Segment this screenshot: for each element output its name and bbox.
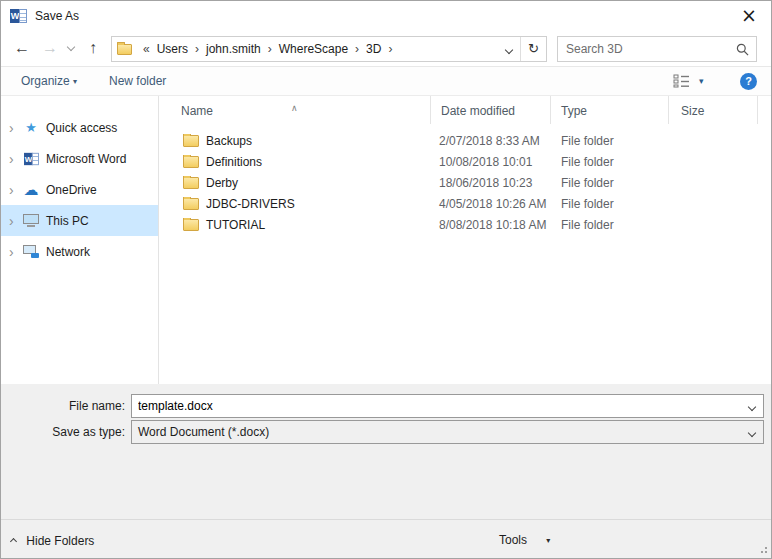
save-as-type-dropdown-button[interactable] [741, 425, 763, 439]
file-name: TUTORIAL [206, 218, 265, 232]
sidebar-item-label: Network [46, 245, 90, 259]
file-date: 4/05/2018 10:26 AM [431, 197, 551, 211]
sidebar-item-label: This PC [46, 214, 89, 228]
new-folder-button[interactable]: New folder [109, 67, 166, 95]
footer-bar: Hide Folders Tools ▾ Save Cancel [1, 519, 771, 559]
chevron-right-icon[interactable]: › [9, 214, 21, 228]
chevron-right-icon[interactable]: › [9, 183, 21, 197]
sidebar-item-label: OneDrive [46, 183, 97, 197]
file-type: File folder [551, 134, 669, 148]
back-icon: ← [14, 39, 30, 56]
breadcrumb-separator-icon: › [190, 42, 204, 56]
title-bar: W Save As × [1, 1, 771, 31]
search-input[interactable] [558, 42, 736, 56]
file-name-input[interactable] [132, 399, 741, 413]
file-type: File folder [551, 197, 669, 211]
new-folder-label: New folder [109, 74, 166, 88]
column-header-date-modified[interactable]: Date modified [431, 96, 551, 124]
word-icon: W [21, 151, 41, 167]
file-row-jdbc-drivers[interactable]: JDBC-DRIVERS 4/05/2018 10:26 AM File fol… [159, 193, 771, 214]
organize-button[interactable]: Organize ▾ [21, 67, 77, 96]
sidebar-item-network[interactable]: › Network [1, 236, 158, 267]
file-name-combobox [131, 394, 764, 418]
file-type: File folder [551, 176, 669, 190]
breadcrumb-item-3d[interactable]: 3D [364, 37, 383, 61]
file-date: 10/08/2018 10:01 [431, 155, 551, 169]
tools-button[interactable]: Tools ▾ [499, 520, 550, 559]
column-header-size[interactable]: Size [669, 96, 758, 124]
address-bar[interactable]: « Users › john.smith › WhereScape › 3D ›… [111, 36, 547, 62]
file-date: 2/07/2018 8:33 AM [431, 134, 551, 148]
hide-folders-label: Hide Folders [26, 534, 94, 548]
chevron-up-icon [11, 520, 16, 559]
sidebar-item-quick-access[interactable]: › ★ Quick access [1, 112, 158, 143]
address-history-button[interactable] [498, 38, 520, 60]
monitor-icon [21, 214, 41, 227]
file-type: File folder [551, 155, 669, 169]
view-mode-button[interactable]: ▾ [673, 74, 704, 88]
file-row-derby[interactable]: Derby 18/06/2018 10:23 File folder [159, 172, 771, 193]
word-app-icon: W [10, 8, 27, 24]
refresh-button[interactable]: ↻ [521, 37, 546, 61]
file-date: 18/06/2018 10:23 [431, 176, 551, 190]
forward-button[interactable]: → [37, 31, 63, 66]
up-button[interactable]: ↑ [80, 31, 106, 66]
help-button[interactable]: ? [740, 73, 757, 90]
save-as-type-label: Save as type: [1, 420, 125, 444]
column-headers: ∧ Name Date modified Type Size [159, 96, 771, 124]
breadcrumb-item-john-smith[interactable]: john.smith [204, 37, 263, 61]
sidebar-item-this-pc[interactable]: › This PC [1, 205, 158, 236]
resize-grip[interactable] [761, 551, 763, 553]
close-button[interactable]: × [727, 1, 771, 31]
folder-icon [183, 177, 199, 189]
close-icon: × [741, 4, 757, 26]
breadcrumb-overflow[interactable]: « [138, 42, 155, 56]
sidebar-item-onedrive[interactable]: › ☁ OneDrive [1, 174, 158, 205]
save-as-type-value: Word Document (*.docx) [132, 421, 741, 443]
breadcrumb-separator-icon: › [263, 42, 277, 56]
details-view-icon [673, 74, 690, 88]
file-name-dropdown-button[interactable] [741, 399, 763, 413]
search-icon [736, 43, 749, 56]
file-date: 8/08/2018 10:18 AM [431, 218, 551, 232]
chevron-down-icon [748, 429, 756, 437]
folder-icon [183, 219, 199, 231]
column-header-name[interactable]: ∧ Name [159, 96, 431, 124]
save-as-type-select[interactable]: Word Document (*.docx) [131, 420, 764, 444]
folder-icon [183, 135, 199, 147]
dropdown-arrow-icon: ▾ [699, 76, 704, 86]
chevron-right-icon[interactable]: › [9, 121, 21, 135]
save-as-dialog: W Save As × ← → ↑ « Users › john.smith ›… [0, 0, 772, 559]
file-list: ∧ Name Date modified Type Size Backups 2… [159, 96, 771, 384]
back-button[interactable]: ← [9, 31, 35, 66]
folder-icon [183, 156, 199, 168]
dropdown-arrow-icon: ▾ [73, 68, 77, 96]
cloud-icon: ☁ [21, 181, 41, 199]
search-box [557, 36, 757, 62]
sort-ascending-icon: ∧ [291, 96, 298, 123]
chevron-right-icon[interactable]: › [9, 245, 21, 259]
chevron-right-icon[interactable]: › [9, 152, 21, 166]
sidebar-item-label: Quick access [46, 121, 117, 135]
star-icon: ★ [21, 120, 41, 135]
forward-icon: → [42, 39, 58, 56]
dropdown-arrow-icon: ▾ [546, 521, 550, 559]
file-name: Derby [206, 176, 238, 190]
file-type: File folder [551, 218, 669, 232]
column-header-type[interactable]: Type [551, 96, 669, 124]
hide-folders-button[interactable]: Hide Folders [11, 520, 94, 559]
organize-label: Organize [21, 74, 70, 88]
file-row-backups[interactable]: Backups 2/07/2018 8:33 AM File folder [159, 130, 771, 151]
sidebar-item-microsoft-word[interactable]: › W Microsoft Word [1, 143, 158, 174]
file-name: Definitions [206, 155, 262, 169]
tools-label: Tools [499, 533, 527, 547]
file-row-tutorial[interactable]: TUTORIAL 8/08/2018 10:18 AM File folder [159, 214, 771, 235]
breadcrumb-item-wherescape[interactable]: WhereScape [277, 37, 350, 61]
file-rows: Backups 2/07/2018 8:33 AM File folder De… [159, 124, 771, 235]
file-row-definitions[interactable]: Definitions 10/08/2018 10:01 File folder [159, 151, 771, 172]
breadcrumb-item-users[interactable]: Users [155, 37, 190, 61]
navigation-sidebar: › ★ Quick access › W Microsoft Word › ☁ … [1, 96, 159, 384]
folder-icon [183, 198, 199, 210]
sidebar-item-label: Microsoft Word [46, 152, 126, 166]
recent-locations-button[interactable] [63, 31, 79, 66]
